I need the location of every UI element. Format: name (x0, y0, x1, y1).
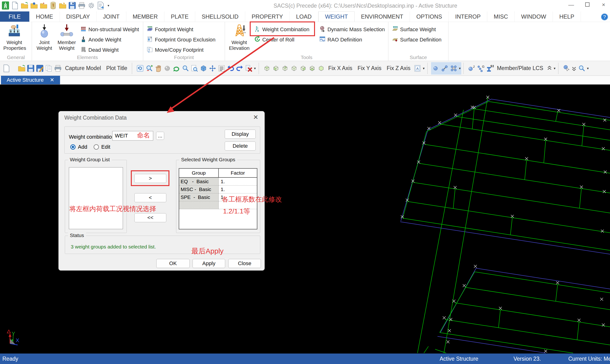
display-button[interactable]: Display (225, 130, 256, 139)
move-right-button[interactable]: > (134, 174, 166, 183)
select-entity-icon[interactable] (562, 63, 571, 74)
edit-radio-circle[interactable] (94, 144, 99, 150)
weight-combination-dialog[interactable]: Weight Combination Data ✕ Weight combina… (58, 111, 265, 271)
tab-weight[interactable]: WEIGHT (318, 12, 355, 22)
new-model-icon[interactable] (2, 63, 11, 74)
open-project-icon[interactable] (30, 1, 38, 10)
undo-icon[interactable] (226, 63, 235, 74)
delete-selection-icon[interactable] (244, 63, 253, 74)
zoom-previous-icon[interactable] (181, 63, 190, 74)
plot-title-button[interactable]: Plot Title (104, 65, 130, 71)
database-icon[interactable] (49, 1, 57, 10)
tab-options[interactable]: OPTIONS (410, 12, 449, 22)
zoom-tool-caret[interactable]: ▾ (586, 66, 589, 70)
render-solid-icon[interactable] (199, 63, 208, 74)
tab-interop[interactable]: INTEROP (449, 12, 487, 22)
surface-weight-button[interactable]: Surface Weight (390, 24, 443, 35)
select-joint-icon[interactable] (431, 63, 440, 74)
capture-model-button[interactable]: Capture Model (63, 65, 104, 71)
group-cell[interactable]: SPE - Basic (179, 194, 219, 201)
view-cube-iso-icon[interactable] (317, 63, 326, 74)
help-icon[interactable]: ? (601, 13, 608, 21)
save-as-icon[interactable] (35, 63, 44, 74)
fix-y-axis-button[interactable]: Fix Y Axis (355, 65, 384, 71)
tab-misc[interactable]: MISC (487, 12, 515, 22)
group-cell[interactable] (179, 201, 219, 209)
group-cell[interactable]: EQ - Basic (179, 178, 219, 186)
zoom-in-icon[interactable] (145, 63, 154, 74)
member-weight-button[interactable]: Member Weight (56, 23, 78, 54)
zoom-tool-icon[interactable] (577, 63, 586, 74)
settings-gear-icon[interactable] (87, 1, 95, 10)
report-list-icon[interactable] (217, 63, 226, 74)
import-model-icon[interactable] (59, 1, 67, 10)
label-options-caret[interactable]: ▾ (422, 66, 425, 70)
dynamic-mass-selection-button[interactable]: Dynamic Mass Selection (318, 24, 386, 35)
weight-combination-button[interactable]: Weight Combination (253, 24, 317, 35)
fix-x-axis-button[interactable]: Fix X Axis (326, 65, 355, 71)
open-recent-icon[interactable] (39, 1, 48, 10)
weight-properties-button[interactable]: Weight Properties (2, 23, 27, 54)
tab-home[interactable]: HOME (29, 12, 60, 22)
print-view-icon[interactable] (53, 63, 63, 74)
footprint-weight-button[interactable]: Footprint Weight (145, 24, 217, 35)
save-icon[interactable] (68, 1, 76, 10)
weight-elevation-button[interactable]: Weight Elevation (227, 23, 252, 54)
close-dialog-button[interactable]: Close (228, 259, 261, 268)
tab-plate[interactable]: PLATE (164, 12, 195, 22)
add-radio[interactable]: Add (70, 144, 87, 150)
orbit-icon[interactable] (163, 63, 172, 74)
minimize-button[interactable]: — (567, 1, 575, 8)
tab-property[interactable]: PROPERTY (245, 12, 290, 22)
more-tools-chevrons-icon[interactable] (571, 63, 577, 74)
document-tab-active-structure[interactable]: Active Structure ✕ (1, 76, 60, 84)
view-cube-back-icon[interactable] (280, 63, 289, 74)
center-of-roll-button[interactable]: Center of Roll (253, 35, 317, 45)
browse-button[interactable]: ... (156, 132, 164, 140)
tab-joint[interactable]: JOINT (96, 12, 126, 22)
fix-z-axis-button[interactable]: Fix Z Axis (384, 65, 413, 71)
edit-radio[interactable]: Edit (94, 144, 110, 150)
member-plate-lcs-button[interactable]: Member/Plate LCS (494, 65, 546, 71)
quick-access-dropdown-icon[interactable]: ▾ (106, 1, 111, 10)
delete-button[interactable]: Delete (225, 142, 256, 151)
redraw-icon[interactable] (136, 63, 145, 74)
open-model-icon[interactable] (17, 63, 26, 74)
delete-dropdown-caret[interactable]: ▾ (253, 66, 257, 70)
factor-cell[interactable]: 1. (219, 186, 257, 194)
joint-weight-button[interactable]: Joint Weight (34, 23, 55, 54)
weight-group-listbox[interactable] (69, 167, 123, 229)
tab-help[interactable]: HELP (553, 12, 581, 22)
lcs-dropdown-caret[interactable]: ▾ (553, 66, 556, 70)
move-all-left-button[interactable]: << (134, 213, 166, 222)
label-options-icon[interactable]: A (413, 63, 422, 74)
rotate-view-icon[interactable] (172, 63, 181, 74)
tab-display[interactable]: DISPLAY (60, 12, 97, 22)
ok-button[interactable]: OK (156, 259, 190, 268)
rao-definition-button[interactable]: RAO Definition (318, 35, 386, 45)
move-left-button[interactable]: < (134, 193, 166, 202)
close-button[interactable]: × (599, 1, 608, 8)
select-plate-icon[interactable] (449, 63, 458, 74)
new-file-icon[interactable] (11, 1, 19, 10)
redo-icon[interactable] (235, 63, 244, 74)
dead-weight-button[interactable]: Dead Weight (79, 45, 140, 55)
view-cube-top-icon[interactable] (262, 63, 272, 74)
add-radio-circle[interactable] (70, 144, 76, 150)
table-row[interactable]: MISC - Basic 1. (179, 186, 257, 194)
group-cell[interactable]: MISC - Basic (179, 186, 219, 194)
tab-window[interactable]: WINDOW (515, 12, 553, 22)
apply-button[interactable]: Apply (193, 259, 225, 268)
view-cube-left-icon[interactable] (289, 63, 299, 74)
save-model-icon[interactable] (26, 63, 35, 74)
dialog-close-icon[interactable]: ✕ (253, 114, 258, 121)
tab-member[interactable]: MEMBER (126, 12, 164, 22)
joint-labels-icon[interactable]: J (467, 63, 476, 74)
view-cube-bottom-icon[interactable] (308, 63, 317, 74)
copy-image-icon[interactable] (44, 63, 53, 74)
surface-definition-button[interactable]: Surface Definition (390, 35, 443, 45)
group-labels-icon[interactable]: G (476, 63, 485, 74)
pan-hand-icon[interactable] (154, 63, 163, 74)
non-structural-weight-button[interactable]: Non-structural Weight (79, 24, 140, 35)
view-cube-front-icon[interactable] (272, 63, 280, 74)
